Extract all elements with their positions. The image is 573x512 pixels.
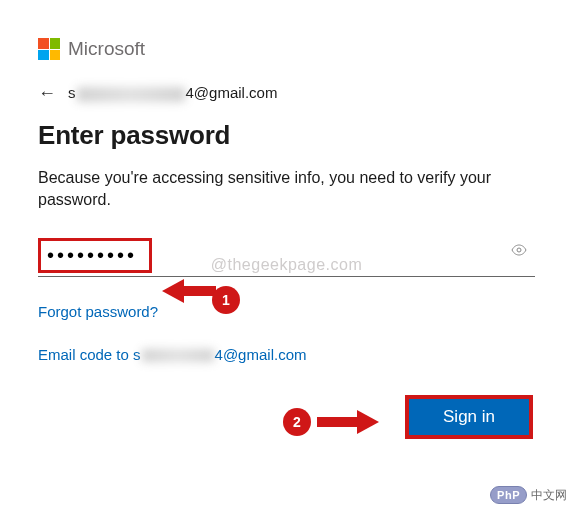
page-title: Enter password [38,120,535,151]
account-email: s4@gmail.com [68,84,277,102]
password-highlight-box [38,238,152,273]
signin-card: Microsoft ← s4@gmail.com Enter password … [0,0,573,439]
identity-row: ← s4@gmail.com [38,84,535,102]
php-badge-icon: PhP [490,486,527,504]
brand-name: Microsoft [68,38,145,60]
footer-site-text: 中文网 [531,487,567,504]
email-code-prefix: Email code to s [38,346,141,363]
sign-in-button[interactable]: Sign in [405,395,533,439]
footer-site-badge: PhP 中文网 [490,486,567,504]
microsoft-logo-icon [38,38,60,60]
toggle-password-visibility-icon[interactable] [511,244,527,259]
brand-row: Microsoft [38,38,535,60]
email-prefix: s [68,84,76,101]
email-code-obscured [142,349,214,362]
email-code-suffix: 4@gmail.com [215,346,307,363]
email-obscured [77,87,185,102]
actions-row: Sign in [38,395,535,439]
forgot-password-link-text[interactable]: Forgot password? [38,303,158,320]
page-description: Because you're accessing sensitive info,… [38,167,535,212]
password-input[interactable] [47,244,143,267]
svg-point-0 [517,248,521,252]
forgot-password-link: Forgot password? [38,303,535,346]
back-arrow-icon[interactable]: ← [38,84,56,102]
email-suffix: 4@gmail.com [186,84,278,101]
password-row [38,238,535,277]
email-code-link[interactable]: Email code to s4@gmail.com [38,346,306,363]
